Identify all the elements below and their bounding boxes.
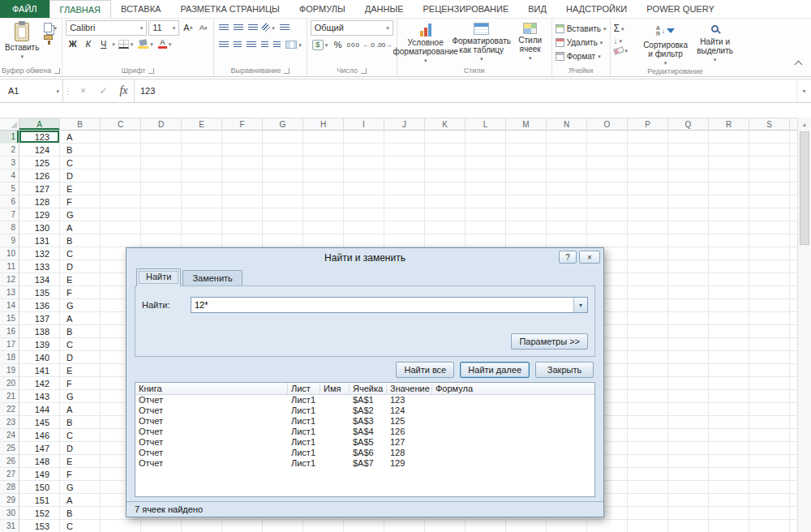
cell-P17[interactable] <box>628 338 668 351</box>
cell-M4[interactable] <box>506 169 547 182</box>
cell-E1[interactable] <box>182 131 222 144</box>
cell-S30[interactable] <box>749 507 790 520</box>
cell-O1[interactable] <box>587 131 628 144</box>
cell-Q24[interactable] <box>668 429 709 442</box>
row-header-27[interactable]: 27 <box>0 468 19 481</box>
cell-A10[interactable]: 132 <box>19 247 60 260</box>
column-header-R[interactable]: R <box>709 118 749 131</box>
cell-M2[interactable] <box>506 144 547 157</box>
column-header-A[interactable]: A <box>19 118 60 131</box>
cell-R30[interactable] <box>709 507 749 520</box>
orientation-button[interactable]: ▾ <box>261 24 277 32</box>
cell-Q31[interactable] <box>668 520 709 532</box>
cell-B8[interactable]: A <box>60 221 101 234</box>
cell-G6[interactable] <box>263 195 303 208</box>
cell-P3[interactable] <box>628 157 668 169</box>
cell-K9[interactable] <box>425 234 466 247</box>
number-format-combo[interactable]: Общий▾ <box>311 20 393 36</box>
cell-R31[interactable] <box>709 520 749 532</box>
cell-G1[interactable] <box>263 131 303 144</box>
cell-R7[interactable] <box>709 208 749 221</box>
increase-indent-button[interactable] <box>272 41 282 49</box>
decrease-decimal-button[interactable]: .00→ <box>377 38 391 52</box>
cell-H5[interactable] <box>303 182 344 195</box>
cell-B6[interactable]: F <box>60 195 101 208</box>
formula-input[interactable]: 123 <box>134 79 796 102</box>
ribbon-tab-formulas[interactable]: ФОРМУЛЫ <box>290 0 355 18</box>
cell-B11[interactable]: D <box>60 260 101 273</box>
cell-P9[interactable] <box>628 234 668 247</box>
align-right-button[interactable] <box>245 41 258 49</box>
cell-P6[interactable] <box>628 195 668 208</box>
cell-A12[interactable]: 134 <box>19 273 60 286</box>
name-box-resize-handle[interactable]: ⋮ <box>63 79 73 102</box>
shrink-font-button[interactable]: А▾ <box>196 21 210 35</box>
cell-D5[interactable] <box>141 182 182 195</box>
cell-R6[interactable] <box>709 195 749 208</box>
cell-S10[interactable] <box>749 247 790 260</box>
cell-C8[interactable] <box>101 221 141 234</box>
cell-P11[interactable] <box>628 260 668 273</box>
font-size-combo[interactable]: 11▾ <box>148 20 179 36</box>
cell-B18[interactable]: D <box>60 351 101 364</box>
cell-P31[interactable] <box>628 520 668 532</box>
column-header-I[interactable]: I <box>344 118 384 131</box>
cell-D2[interactable] <box>141 144 182 157</box>
cell-A24[interactable]: 146 <box>19 429 60 442</box>
cell-C2[interactable] <box>101 144 141 157</box>
cell-B22[interactable]: A <box>60 403 101 416</box>
cell-N3[interactable] <box>547 157 587 169</box>
cell-Q1[interactable] <box>668 131 709 144</box>
cell-F5[interactable] <box>222 182 263 195</box>
cell-S24[interactable] <box>749 429 790 442</box>
scroll-up-icon[interactable]: ▴ <box>798 118 811 131</box>
cell-L5[interactable] <box>466 182 506 195</box>
cell-S6[interactable] <box>749 195 790 208</box>
cell-B13[interactable]: F <box>60 286 101 299</box>
cell-R4[interactable] <box>709 169 749 182</box>
cell-C9[interactable] <box>101 234 141 247</box>
cell-A13[interactable]: 135 <box>19 286 60 299</box>
cell-R27[interactable] <box>709 468 749 481</box>
cell-K6[interactable] <box>425 195 466 208</box>
column-header-B[interactable]: B <box>60 118 101 131</box>
cell-P15[interactable] <box>628 312 668 325</box>
row-header-28[interactable]: 28 <box>0 481 19 494</box>
cell-H9[interactable] <box>303 234 344 247</box>
cell-H1[interactable] <box>303 131 344 144</box>
cell-L31[interactable] <box>466 520 506 532</box>
cell-N6[interactable] <box>547 195 587 208</box>
cell-A15[interactable]: 137 <box>19 312 60 325</box>
cell-B30[interactable]: B <box>60 507 101 520</box>
cell-A6[interactable]: 128 <box>19 195 60 208</box>
cell-H7[interactable] <box>303 208 344 221</box>
cell-G8[interactable] <box>263 221 303 234</box>
cell-R24[interactable] <box>709 429 749 442</box>
cell-D31[interactable] <box>141 520 182 532</box>
row-header-7[interactable]: 7 <box>0 208 19 221</box>
ribbon-tab-view[interactable]: ВИД <box>518 0 556 18</box>
cell-Q19[interactable] <box>668 364 709 377</box>
cell-B21[interactable]: G <box>60 390 101 403</box>
cell-E6[interactable] <box>182 195 222 208</box>
column-header-O[interactable]: O <box>587 118 628 131</box>
scrollbar-thumb[interactable] <box>800 131 809 245</box>
cell-R10[interactable] <box>709 247 749 260</box>
formula-bar-expand-icon[interactable]: ▾ <box>796 79 811 102</box>
cell-B12[interactable]: E <box>60 273 101 286</box>
cell-A27[interactable]: 149 <box>19 468 60 481</box>
cell-F9[interactable] <box>222 234 263 247</box>
cell-O8[interactable] <box>587 221 628 234</box>
cell-S19[interactable] <box>749 364 790 377</box>
cell-S3[interactable] <box>749 157 790 169</box>
cell-Q10[interactable] <box>668 247 709 260</box>
format-as-table-button[interactable]: Форматировать как таблицу ▾ <box>453 20 511 62</box>
ribbon-tab-page-layout[interactable]: РАЗМЕТКА СТРАНИЦЫ <box>170 0 289 18</box>
cell-A29[interactable]: 151 <box>19 494 60 507</box>
row-header-25[interactable]: 25 <box>0 442 19 455</box>
cell-D4[interactable] <box>141 169 182 182</box>
cell-S13[interactable] <box>749 286 790 299</box>
cell-Q30[interactable] <box>668 507 709 520</box>
ribbon-tab-power-query[interactable]: POWER QUERY <box>637 0 724 18</box>
cell-B15[interactable]: A <box>60 312 101 325</box>
